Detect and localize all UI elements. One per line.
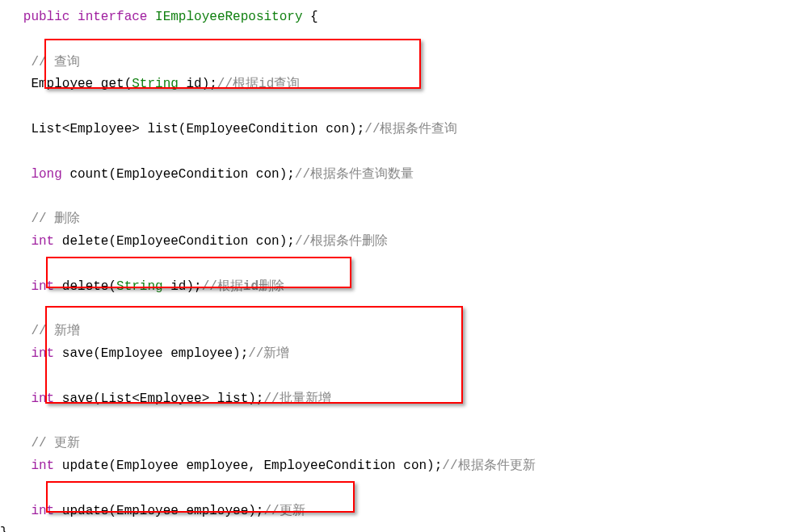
keyword-int: int — [31, 346, 54, 361]
keyword-public: public — [23, 10, 70, 24]
comment: // 删除 — [31, 212, 80, 226]
comment: // 查询 — [31, 55, 80, 69]
keyword-long: long — [31, 167, 61, 182]
keyword-int: int — [31, 504, 54, 518]
type-name: IEmployeeRepository — [155, 10, 302, 24]
comment: //新增 — [248, 346, 289, 361]
comment: //根据条件查询数量 — [295, 167, 414, 182]
type-string: String — [132, 77, 179, 91]
comment: //根据条件更新 — [442, 459, 535, 473]
comment: // 更新 — [31, 436, 80, 450]
keyword-int: int — [31, 459, 54, 473]
type-string: String — [116, 279, 163, 294]
comment: //批量新增 — [263, 392, 330, 406]
comment: //根据id查询 — [217, 77, 300, 91]
comment: //更新 — [263, 504, 305, 518]
keyword-int: int — [31, 279, 54, 294]
comment: // 新增 — [31, 324, 80, 338]
keyword-int: int — [31, 234, 54, 249]
keyword-interface: interface — [78, 10, 147, 24]
code-block: public interface IEmployeeRepository { /… — [0, 0, 799, 532]
keyword-int: int — [31, 392, 54, 406]
comment: //根据条件删除 — [295, 234, 388, 249]
comment: //根据条件查询 — [364, 122, 457, 136]
